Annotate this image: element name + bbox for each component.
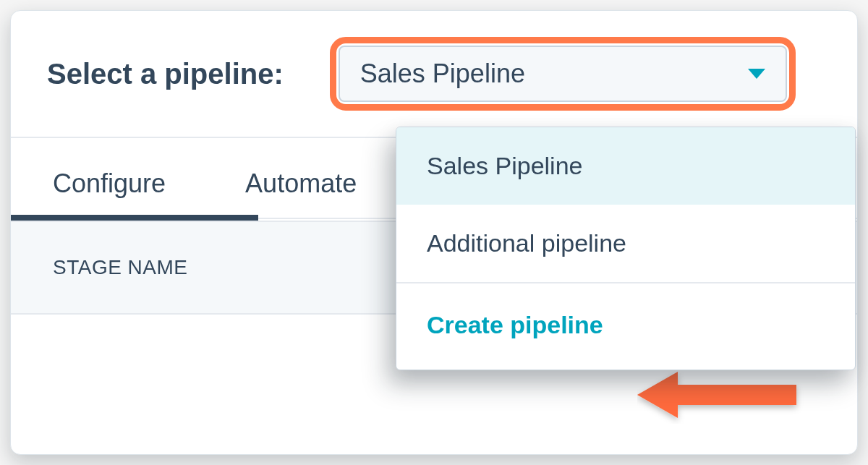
pipeline-select[interactable]: Sales Pipeline [339,46,787,102]
create-pipeline-label: Create pipeline [427,311,603,339]
col-header-stage-name: STAGE NAME [53,256,188,279]
pipeline-select-wrap: Sales Pipeline [339,46,787,102]
pipeline-select-value: Sales Pipeline [360,59,525,89]
settings-panel: Select a pipeline: Sales Pipeline Config… [10,10,858,455]
pipeline-dropdown: Sales Pipeline Additional pipeline Creat… [396,127,856,370]
tab-automate[interactable]: Automate [245,168,357,221]
select-pipeline-label: Select a pipeline: [47,58,284,90]
annotation-arrow-icon [637,366,811,424]
create-pipeline-link[interactable]: Create pipeline [396,283,855,370]
caret-down-icon [748,69,765,79]
pipeline-select-row: Select a pipeline: Sales Pipeline [11,11,857,137]
svg-marker-0 [637,372,796,418]
dropdown-option-sales-pipeline[interactable]: Sales Pipeline [396,127,855,205]
tab-configure[interactable]: Configure [53,168,166,221]
dropdown-option-additional-pipeline[interactable]: Additional pipeline [396,205,855,282]
